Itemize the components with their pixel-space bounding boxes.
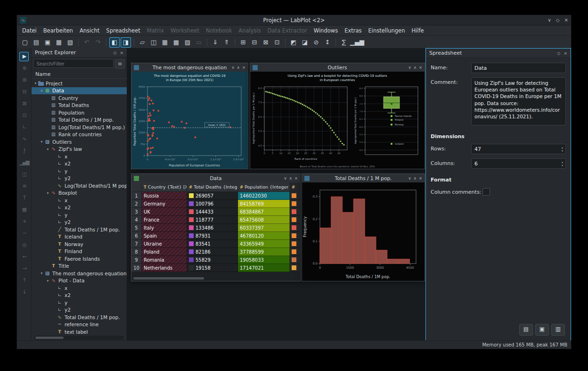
- tree-item-plot-data[interactable]: ▾∿Plot - Data: [32, 277, 127, 285]
- row-number[interactable]: 4: [131, 216, 142, 224]
- float-dock-button[interactable]: ◇: [557, 51, 561, 56]
- cell-population[interactable]: 60337397: [238, 224, 290, 232]
- tree-item-x2[interactable]: ∟x2: [32, 160, 127, 168]
- tree-item-x[interactable]: ∟x: [32, 284, 127, 292]
- expander-icon[interactable]: ▾: [45, 147, 50, 151]
- cell-country[interactable]: Poland: [142, 248, 187, 256]
- cell-population[interactable]: 84158769: [238, 200, 290, 208]
- tree-item-total-deaths-1m-pop[interactable]: ∿Total Deaths / 1M pop.: [32, 313, 127, 321]
- tree-item-population[interactable]: ▥Population: [32, 109, 127, 116]
- tree-item-outliers[interactable]: ▾▨Outliers: [32, 138, 127, 146]
- tree-item-total-deaths-1m-pop[interactable]: ╱Total Deaths / 1M pop.: [32, 226, 127, 233]
- worksheet-canvas[interactable]: The most dangerous equation and COVID-19…: [131, 72, 248, 169]
- cell-extra[interactable]: [290, 248, 300, 256]
- spin-up-icon[interactable]: ▴: [562, 160, 563, 164]
- cell-population[interactable]: 19058033: [238, 256, 290, 264]
- cell-extra[interactable]: [290, 240, 300, 248]
- mdi-close-button[interactable]: ×: [242, 65, 245, 70]
- cell-total-deaths[interactable]: 133486: [187, 224, 238, 232]
- export-data-button[interactable]: ⇑: [221, 37, 232, 48]
- expander-icon[interactable]: ▾: [33, 81, 38, 85]
- new-workbook-button[interactable]: ◫: [148, 37, 159, 48]
- add-plot-two-axes-button[interactable]: ⊟: [19, 87, 29, 97]
- cell-country[interactable]: Italy: [142, 224, 187, 232]
- insert-row-above-button[interactable]: ⊞: [238, 37, 248, 48]
- cell-population[interactable]: 46780120: [238, 232, 290, 240]
- cell-country[interactable]: Ukraine: [142, 240, 187, 248]
- scrollbar-handle[interactable]: [35, 337, 64, 339]
- menu-datei[interactable]: Datei: [19, 26, 40, 35]
- tree-item-reference-line[interactable]: ─reference line: [32, 321, 127, 329]
- cell-total-deaths[interactable]: 19158: [187, 264, 238, 272]
- shift-right-button[interactable]: →: [19, 264, 29, 273]
- zoom-out-button[interactable]: −: [19, 229, 29, 238]
- column-header-total-deaths-integer-y[interactable]: #Total Deaths {Integer} [Y]: [187, 182, 238, 192]
- expander-icon[interactable]: ▾: [39, 140, 44, 144]
- add-legend-button[interactable]: ≡: [19, 181, 29, 191]
- add-plot-box-button[interactable]: ⊡: [19, 111, 29, 120]
- columns-spinbox[interactable]: 6 ▴ ▾: [471, 158, 566, 169]
- tree-item-finland[interactable]: TFinland: [32, 248, 127, 256]
- new-worksheet-button[interactable]: ▨: [182, 37, 193, 48]
- tree-item-y2[interactable]: ∟y2: [32, 306, 127, 314]
- new-matrix-button[interactable]: ▩: [171, 37, 181, 48]
- insert-column-right-button[interactable]: ◪: [300, 37, 310, 48]
- cell-total-deaths[interactable]: 100796: [187, 200, 238, 208]
- cell-country[interactable]: Netherlands: [142, 264, 187, 272]
- explorer-h-scrollbar[interactable]: [34, 336, 124, 340]
- row-number[interactable]: 6: [131, 232, 142, 240]
- print-preview-button[interactable]: ▧: [65, 37, 75, 48]
- clear-rows-button[interactable]: ⊡: [272, 37, 282, 48]
- add-plot-centered-axes-button[interactable]: ⊠: [19, 99, 29, 108]
- tree-item-zipf-s-law[interactable]: ▾∿Zipf's law: [32, 146, 127, 153]
- project-explorer-titlebar[interactable]: Project Explorer ◇ ×: [32, 48, 127, 58]
- spin-down-icon[interactable]: ▾: [562, 164, 563, 167]
- float-dock-button[interactable]: ◇: [114, 50, 117, 55]
- menu-ansicht[interactable]: Ansicht: [76, 26, 103, 35]
- sheet-h-scrollbar[interactable]: [132, 276, 299, 280]
- close-dock-button[interactable]: ×: [564, 51, 567, 56]
- cell-total-deaths[interactable]: 55829: [187, 256, 238, 264]
- expander-icon[interactable]: ▾: [45, 191, 50, 195]
- tree-item-y2[interactable]: ∟y2: [32, 219, 127, 226]
- mdi-minimize-button[interactable]: ∨: [408, 176, 411, 181]
- mdi-close-button[interactable]: ×: [294, 176, 298, 181]
- add-plot-four-axes-button[interactable]: ⊞: [19, 75, 29, 85]
- cell-extra[interactable]: [290, 208, 300, 216]
- import-data-button[interactable]: ⇓: [210, 37, 220, 48]
- tree-item-total-deaths-1m-pop[interactable]: ▥Total Deaths / 1M pop.: [32, 116, 127, 124]
- new-project-button[interactable]: ▢: [20, 37, 30, 48]
- add-histogram-button[interactable]: ▁▄▆: [19, 158, 29, 167]
- mdi-maximize-button[interactable]: ∧: [414, 65, 416, 70]
- name-input[interactable]: [471, 63, 566, 73]
- column-header-population-integer-y[interactable]: #Population {Integer} [Y]: [238, 182, 290, 192]
- worksheet-canvas[interactable]: Using Zipf's law and a boxplot for detec…: [250, 72, 425, 169]
- new-folder-button[interactable]: ▱: [137, 37, 147, 48]
- cell-population[interactable]: 65475608: [238, 216, 290, 224]
- row-number[interactable]: 10: [131, 264, 142, 272]
- cell-extra[interactable]: [290, 264, 300, 272]
- cell-population[interactable]: 146022030: [238, 192, 290, 200]
- tree-item-data[interactable]: ▾▦Data: [32, 87, 127, 95]
- add-axis-button[interactable]: ∟: [19, 123, 29, 132]
- minimize-button[interactable]: ∨: [548, 17, 551, 23]
- menu-einstellungen[interactable]: Einstellungen: [365, 26, 408, 35]
- column-header-country-text-x[interactable]: TCountry {Text} [X]: [142, 182, 187, 192]
- mdi-titlebar[interactable]: The most dangerous equation ∨ ∧ ×: [131, 63, 248, 72]
- row-number[interactable]: 8: [131, 248, 142, 256]
- zoom-select-tool-button[interactable]: ⊕: [19, 64, 29, 73]
- cell-total-deaths[interactable]: 269057: [187, 192, 238, 200]
- tree-item-y2[interactable]: ∟y2: [32, 175, 127, 182]
- window-titlebar[interactable]: ∿ Project — LabPlot <2> ∨ ◇ ×: [17, 15, 571, 25]
- menu-spreadsheet[interactable]: Spreadsheet: [103, 26, 143, 35]
- tree-item-iceland[interactable]: TIceland: [32, 233, 127, 241]
- zoom-origin-button[interactable]: ◎: [19, 240, 29, 250]
- tree-item-title[interactable]: TTitle: [32, 263, 127, 270]
- cell-extra[interactable]: [290, 232, 300, 240]
- tree-item-norway[interactable]: TNorway: [32, 240, 127, 248]
- cell-population[interactable]: 68384867: [238, 208, 290, 216]
- expander-icon[interactable]: ▾: [45, 279, 50, 283]
- undo-button[interactable]: ↶: [82, 37, 92, 48]
- expander-icon[interactable]: ▾: [39, 271, 44, 275]
- tree-item-x2[interactable]: ∟x2: [32, 204, 127, 212]
